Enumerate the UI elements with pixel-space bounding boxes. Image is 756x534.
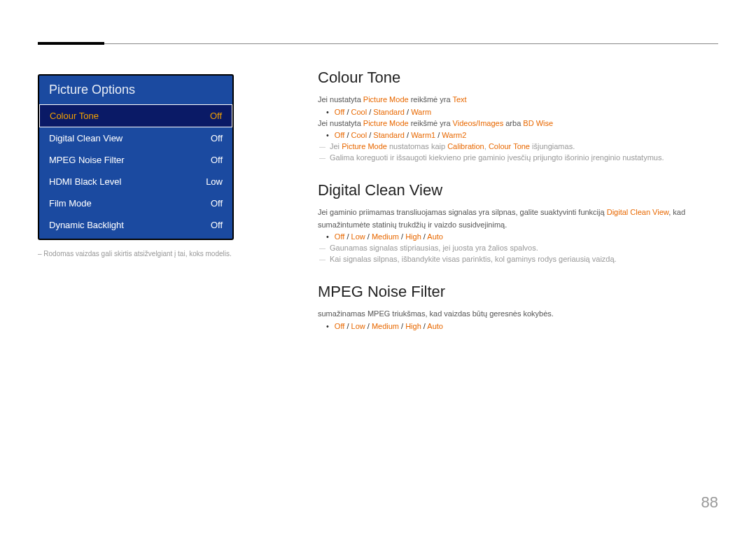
page-number: 88: [701, 493, 718, 512]
menu-item-colour-tone[interactable]: Colour Tone Off: [39, 104, 232, 127]
section-heading: Digital Clean View: [318, 181, 717, 199]
menu-item-film-mode[interactable]: Film Mode Off: [39, 192, 232, 214]
body-text: Jei nustatyta Picture Mode reikšmė yra V…: [318, 118, 717, 130]
sidebar-note: – Rodomas vaizdas gali skirtis atsižvelg…: [38, 250, 234, 258]
note-text: Jei Picture Mode nustatomas kaip Calibra…: [319, 142, 717, 150]
option-list: Off / Low / Medium / High / Auto: [326, 322, 717, 330]
body-text: sumažinamas MPEG triukšmas, kad vaizdas …: [318, 308, 717, 321]
menu-item-value: Off: [211, 155, 223, 165]
main-content: Colour Tone Jei nustatyta Picture Mode r…: [318, 69, 717, 350]
menu-item-value: Off: [211, 133, 223, 143]
header-accent: [38, 42, 104, 45]
menu-item-label: Dynamic Backlight: [49, 220, 124, 230]
option-list: Off / Cool / Standard / Warm: [326, 108, 717, 116]
menu-item-hdmi-black-level[interactable]: HDMI Black Level Low: [39, 171, 232, 192]
body-text: Jei gaminio priimamas transliuojamas sig…: [318, 206, 717, 231]
section-heading: MPEG Noise Filter: [318, 283, 717, 301]
note-text: Galima koreguoti ir išsaugoti kiekvieno …: [319, 153, 717, 162]
menu-item-dynamic-backlight[interactable]: Dynamic Backlight Off: [39, 214, 232, 239]
menu-item-value: Low: [206, 176, 223, 187]
section-heading: Colour Tone: [318, 69, 717, 87]
sidebar: Picture Options Colour Tone Off Digital …: [38, 74, 234, 258]
menu-item-digital-clean-view[interactable]: Digital Clean View Off: [39, 127, 232, 149]
menu-title: Picture Options: [39, 76, 232, 104]
section-digital-clean-view: Digital Clean View Jei gaminio priimamas…: [318, 181, 717, 263]
menu-item-value: Off: [210, 111, 222, 121]
menu-item-label: Film Mode: [49, 198, 92, 209]
menu-item-label: Digital Clean View: [49, 133, 122, 143]
menu-item-value: Off: [211, 198, 223, 209]
option-list: Off / Cool / Standard / Warm1 / Warm2: [326, 131, 717, 139]
note-text: Gaunamas signalas stipriausias, jei juos…: [319, 244, 717, 252]
section-mpeg-noise-filter: MPEG Noise Filter sumažinamas MPEG triuk…: [318, 283, 717, 330]
menu-item-label: MPEG Noise Filter: [49, 155, 125, 165]
menu-item-mpeg-noise-filter[interactable]: MPEG Noise Filter Off: [39, 149, 232, 171]
menu-item-label: Colour Tone: [50, 111, 99, 121]
section-colour-tone: Colour Tone Jei nustatyta Picture Mode r…: [318, 69, 717, 162]
option-list: Off / Low / Medium / High / Auto: [326, 232, 717, 241]
header-rule: [38, 43, 718, 44]
menu-box: Picture Options Colour Tone Off Digital …: [38, 74, 234, 240]
menu-item-label: HDMI Black Level: [49, 176, 121, 187]
note-text: Kai signalas silpnas, išbandykite visas …: [319, 255, 717, 263]
menu-item-value: Off: [211, 220, 223, 230]
body-text: Jei nustatyta Picture Mode reikšmė yra T…: [318, 94, 717, 106]
